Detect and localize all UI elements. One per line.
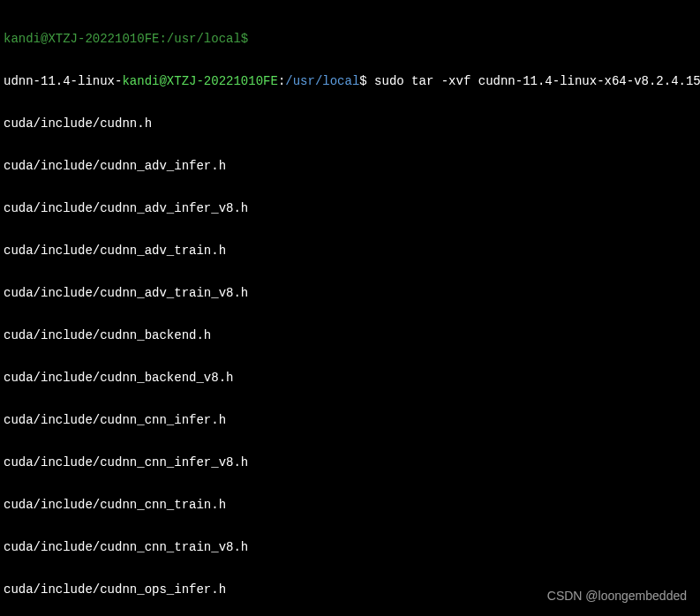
output-line: cuda/include/cudnn_adv_train_v8.h: [4, 286, 696, 300]
prompt-user: kandi: [122, 74, 159, 88]
partial-prompt-top: kandi@XTZJ-20221010FE:/usr/local$: [4, 32, 696, 46]
output-line: cuda/include/cudnn_adv_infer.h: [4, 159, 696, 173]
command-prompt-line: udnn-11.4-linux-kandi@XTZJ-20221010FE:/u…: [4, 74, 696, 88]
output-line: cuda/include/cudnn_cnn_train_v8.h: [4, 540, 696, 554]
output-line: cuda/include/cudnn_backend.h: [4, 328, 696, 342]
prompt-path: /usr/local: [285, 74, 359, 88]
partial-top-text: kandi@XTZJ-20221010FE:/usr/local$: [4, 32, 248, 46]
prompt-dollar: $: [359, 74, 366, 88]
output-line: cuda/include/cudnn_backend_v8.h: [4, 371, 696, 385]
prompt-colon: :: [278, 74, 285, 88]
terminal-window[interactable]: kandi@XTZJ-20221010FE:/usr/local$ udnn-1…: [4, 4, 696, 616]
output-line: cuda/include/cudnn_cnn_train.h: [4, 498, 696, 512]
prompt-at: @: [159, 74, 166, 88]
output-line: cuda/include/cudnn_cnn_infer_v8.h: [4, 455, 696, 470]
output-line: cuda/include/cudnn_cnn_infer.h: [4, 413, 696, 427]
output-line: cuda/include/cudnn_adv_infer_v8.h: [4, 201, 696, 215]
output-line: cuda/include/cudnn.h: [4, 116, 696, 131]
prompt-host: XTZJ-20221010FE: [167, 74, 278, 88]
prompt-prefix: udnn-11.4-linux-: [4, 74, 122, 88]
output-line: cuda/include/cudnn_adv_train.h: [4, 244, 696, 258]
watermark-text: CSDN @loongembedded: [547, 589, 687, 603]
command-text: sudo tar -xvf cudnn-11.4-linux-x64-v8.2.…: [367, 74, 700, 88]
